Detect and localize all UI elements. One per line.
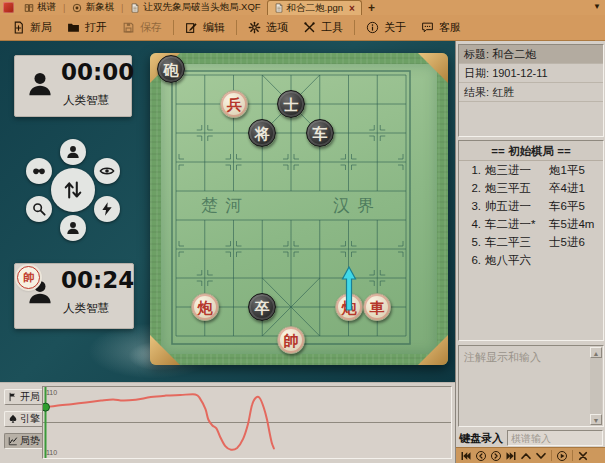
red-move[interactable]: 炮三进一 [485,161,549,179]
metadata-row[interactable]: 结果: 红胜 [459,83,603,102]
toggle-label: 开局 [20,390,40,404]
piece-black-advisor[interactable]: 士 [277,90,305,118]
metadata-row[interactable]: 日期: 1901-12-11 [459,64,603,83]
move-row[interactable]: 3.帅五进一车6平5 [459,197,603,215]
file-icon [130,3,140,13]
move-row[interactable]: 2.炮三平五卒4进1 [459,179,603,197]
stop-button[interactable] [576,449,590,462]
evaluation-chart[interactable]: 110 110 [42,386,452,459]
move-row[interactable]: 1.炮三进一炮1平5 [459,161,603,179]
工具-button[interactable]: 工具 [296,18,350,37]
piece-black-chariot[interactable]: 车 [306,119,334,147]
tab-label: 让双先象局破当头炮局.XQF [143,1,260,14]
last-move-button[interactable] [504,449,518,462]
piece-red-chariot[interactable]: 車 [363,293,391,321]
tab-list: 棋谱|新象棋|让双先象局破当头炮局.XQF和合二炮.pgn× [18,0,362,15]
annotation-input[interactable] [460,347,591,425]
xiangqi-board[interactable]: 楚河 汉界 砲兵士将车炮卒炮車帥 [150,53,448,365]
person-icon [25,69,55,99]
game-area: 00:00 人类智慧 帥 00:24 人类智慧 楚河 汉界 砲兵士将车炮卒炮車帥 [0,41,455,382]
toolbar-button-label: 关于 [384,20,406,35]
局势-toggle-button[interactable]: 局势 [4,433,44,449]
spade-icon [8,414,18,424]
move-entry-input[interactable] [507,430,603,446]
red-move[interactable]: 车二平三 [485,233,549,251]
tab-active[interactable]: 和合二炮.pgn× [267,0,362,15]
metadata-row[interactable]: 标题: 和合二炮 [459,45,603,64]
piece-red-pawn[interactable]: 兵 [220,90,248,118]
variation-up-button[interactable] [519,449,533,462]
piece-black-pawn[interactable]: 卒 [248,293,276,321]
toolbar-button-label: 选项 [266,20,288,35]
player-top-button[interactable] [60,139,86,165]
新局-button[interactable]: 新局 [5,18,59,37]
piece-black-cannon[interactable]: 砲 [157,55,185,83]
piece-red-cannon[interactable]: 炮 [191,293,219,321]
spectate-button[interactable] [26,158,52,184]
person-icon [25,69,55,103]
next-move-button[interactable] [489,449,503,462]
engine-button[interactable] [94,196,120,222]
black-move[interactable]: 士5进6 [549,233,585,251]
move-row[interactable]: 5.车二平三士5进6 [459,233,603,251]
new-tab-button[interactable]: + [362,1,381,15]
annotation-scrollbar[interactable]: ▲ ▼ [590,347,602,425]
red-move[interactable]: 炮八平六 [485,251,549,269]
black-move[interactable]: 卒4进1 [549,179,585,197]
tab-label: 新象棋 [85,1,114,14]
player-bottom-name: 人类智慧 [63,301,109,316]
player-bottom-button[interactable] [60,215,86,241]
move-arrow [340,266,358,311]
metadata-label: 日期: [464,67,489,79]
playback-separator [572,450,573,461]
swap-sides-button[interactable] [51,168,95,212]
打开-button[interactable]: 打开 [60,18,114,37]
tab[interactable]: 棋谱 [18,0,62,15]
tab-close-icon[interactable]: × [349,3,355,14]
playback-toolbar [456,447,605,463]
analyze-button[interactable] [26,196,52,222]
toggle-label: 局势 [20,434,40,448]
chat-icon [421,21,434,34]
选项-button[interactable]: 选项 [241,18,295,37]
red-move[interactable]: 帅五进一 [485,197,549,215]
move-row[interactable]: 6.炮八平六 [459,251,603,269]
game-metadata-box: 标题: 和合二炮日期: 1901-12-11结果: 红胜 [458,44,604,137]
first-move-button[interactable] [459,449,473,462]
tab[interactable]: 新象棋 [66,0,120,15]
metadata-value: 和合二炮 [492,48,536,60]
variation-down-button[interactable] [534,449,548,462]
red-move[interactable]: 车二进一* [485,215,549,233]
skip-start-icon [460,450,472,462]
保存-button: 保存 [115,18,169,37]
red-move[interactable]: 炮三平五 [485,179,549,197]
开局-toggle-button[interactable]: 开局 [4,389,44,405]
引擎-toggle-button[interactable]: 引擎 [4,411,44,427]
piece-red-general[interactable]: 帥 [277,326,305,354]
black-move[interactable]: 车6平5 [549,197,585,215]
piece-black-general[interactable]: 将 [248,119,276,147]
move-row[interactable]: 4.车二进一*车5进4m [459,215,603,233]
black-move[interactable]: 炮1平5 [549,161,585,179]
black-move[interactable]: 车5进4m [549,215,594,233]
客服-button[interactable]: 客服 [414,18,468,37]
view-button[interactable] [94,158,120,184]
scroll-up-icon[interactable]: ▲ [590,347,602,358]
tab[interactable]: 让双先象局破当头炮局.XQF [124,0,266,15]
toolbar-button-label: 客服 [439,20,461,35]
game-info-panel: 标题: 和合二炮日期: 1901-12-11结果: 红胜 == 初始棋局 == … [455,41,605,463]
关于-button[interactable]: 关于 [359,18,413,37]
编辑-button[interactable]: 编辑 [178,18,232,37]
metadata-label: 结果: [464,86,489,98]
prev-move-button[interactable] [474,449,488,462]
scroll-down-icon[interactable]: ▼ [590,414,602,425]
toolbar-button-label: 保存 [140,20,162,35]
autoplay-button[interactable] [555,449,569,462]
move-number: 4. [466,215,481,233]
move-number: 6. [466,251,481,269]
chart-min-label: 110 [46,449,57,456]
toolbar-button-label: 编辑 [203,20,225,35]
tab-overflow-icon[interactable]: ▼ [593,2,601,11]
open-folder-icon [67,21,80,34]
play-circle-icon [556,450,568,462]
